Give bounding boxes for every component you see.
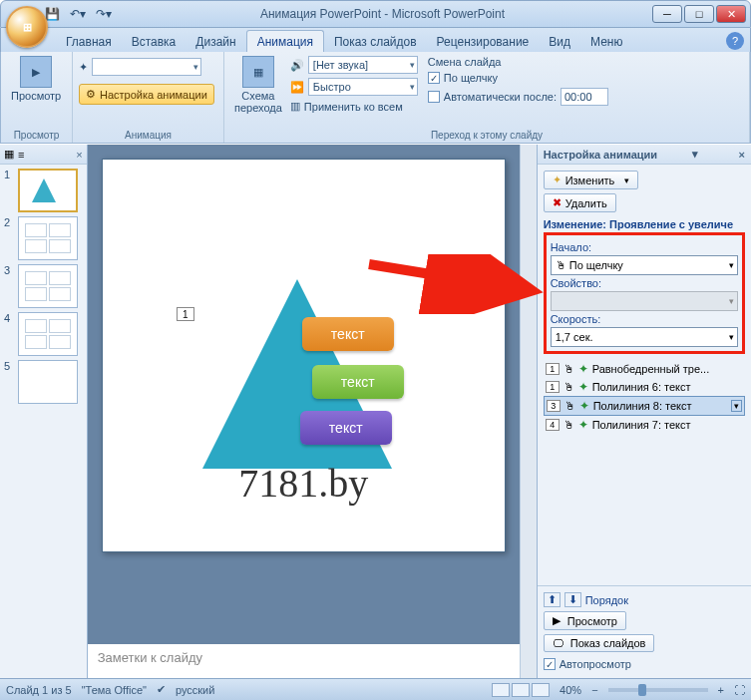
watermark: 7181.by [103,460,505,507]
spellcheck-icon[interactable]: ✔ [157,683,166,696]
tab-animation[interactable]: Анимация [246,30,324,52]
change-slide-label: Смена слайда [428,56,608,68]
gear-icon: ⚙ [86,88,96,101]
tab-view[interactable]: Вид [539,31,580,52]
title-bar: 💾 ↶▾ ↷▾ Анимация PowerPoint - Microsoft … [0,0,751,28]
delete-effect-button[interactable]: ✖Удалить [544,193,616,212]
theme-indicator: "Тема Office" [82,684,147,696]
speed-combo[interactable]: 1,7 сек. [551,327,738,347]
transition-speed-combo[interactable]: Быстро [308,78,418,96]
animate-combo[interactable] [92,58,201,76]
notes-pane[interactable]: Заметки к слайду [88,642,520,678]
text-shape-2[interactable]: текст [312,365,404,399]
transition-icon: ▦ [242,56,274,88]
close-button[interactable]: ✕ [716,5,746,23]
group-preview-label: Просмотр [7,129,66,141]
preview-button[interactable]: ▶ Просмотр [7,54,65,104]
outline-tab-icon[interactable]: ≡ [18,149,24,161]
text-shape-3[interactable]: текст [300,411,392,445]
start-label: Начало: [551,241,738,253]
zoom-slider[interactable] [608,688,708,692]
mouse-icon: 🖱 [563,363,574,375]
view-buttons [492,683,550,697]
minimize-button[interactable]: ─ [652,5,682,23]
thumbnail-2[interactable]: 2 [4,216,83,260]
apply-all-button[interactable]: ▥Применить ко всем [290,100,418,113]
thumbnail-1[interactable]: 1 [4,169,83,212]
maximize-button[interactable]: □ [684,5,714,23]
highlighted-settings: Начало: 🖱 По щелчку Свойство: Скорость: … [544,232,745,354]
transition-scheme-button[interactable]: ▦ Схема перехода [230,54,286,116]
start-combo[interactable]: 🖱 По щелчку [551,255,738,275]
tab-insert[interactable]: Вставка [122,31,187,52]
mouse-icon: 🖱 [563,419,574,431]
office-logo-icon: ⊞ [23,21,32,34]
slideshow-button[interactable]: 🖵 Показ слайдов [544,634,655,652]
effect-icon: ✦ [578,418,588,432]
tab-slideshow[interactable]: Показ слайдов [324,31,427,52]
dropdown-icon[interactable]: ▾ [731,400,742,412]
speed-label: Скорость: [551,313,738,325]
property-combo [551,291,738,311]
tab-review[interactable]: Рецензирование [427,31,540,52]
reorder-down-icon[interactable]: ⬇ [564,592,581,607]
sorter-view-button[interactable] [512,683,530,697]
thumbnail-5[interactable]: 5 [4,360,83,404]
slideshow-view-button[interactable] [532,683,550,697]
status-bar: Слайд 1 из 5 "Тема Office" ✔ русский 40%… [0,678,751,700]
play-button[interactable]: ▶ Просмотр [544,611,626,630]
mouse-icon: 🖱 [564,400,575,412]
thumbnail-4[interactable]: 4 [4,312,83,356]
on-click-checkbox[interactable]: ✓ [428,72,440,84]
taskpane-menu-icon[interactable]: ▾ [692,148,698,161]
auto-after-time[interactable]: 00:00 [561,88,608,106]
close-taskpane[interactable]: × [739,149,745,161]
auto-after-checkbox[interactable] [428,91,440,103]
mouse-icon: 🖱 [556,259,566,271]
tab-home[interactable]: Главная [56,31,122,52]
reorder-up-icon[interactable]: ⬆ [544,592,561,607]
animate-icon: ✦ [79,61,88,74]
slide-canvas[interactable]: 1 2 3 4 текст текст текст 7181.by [102,159,506,552]
effect-icon: ✦ [578,362,588,376]
normal-view-button[interactable] [492,683,510,697]
autopreview-checkbox[interactable]: ✓ [544,658,556,670]
tab-menu[interactable]: Меню [580,31,632,52]
anim-item[interactable]: 1🖱✦Полилиния 6: текст [544,378,745,396]
ribbon-tabs: Главная Вставка Дизайн Анимация Показ сл… [0,28,751,52]
anim-tag-1[interactable]: 1 [177,307,194,321]
undo-icon[interactable]: ↶▾ [67,3,89,25]
redo-icon[interactable]: ↷▾ [93,3,115,25]
ribbon: ▶ Просмотр Просмотр ✦ ⚙Настройка анимаци… [0,52,751,144]
thumbnail-pane: ▦ ≡ × 1 2 3 4 5 [0,145,88,678]
vertical-scrollbar[interactable] [520,145,537,678]
speed-icon: ⏩ [290,81,304,94]
office-button[interactable]: ⊞ [6,6,48,48]
effect-icon: ✦ [579,399,589,413]
anim-item[interactable]: 4🖱✦Полилиния 7: текст [544,416,745,434]
anim-item[interactable]: 1🖱✦Равнобедренный тре... [544,360,745,378]
zoom-percent[interactable]: 40% [560,684,581,696]
fit-window-button[interactable]: ⛶ [734,684,745,696]
help-button[interactable]: ? [726,32,744,50]
animation-task-pane: Настройка анимации▾× ✦Изменить▾ ✖Удалить… [537,145,751,678]
close-thumb-pane[interactable]: × [76,149,82,161]
group-animation-label: Анимация [79,129,217,141]
zoom-out-button[interactable]: − [591,684,597,696]
change-effect-button[interactable]: ✦Изменить▾ [544,171,639,189]
sound-icon: 🔊 [290,59,304,72]
animation-list: 1🖱✦Равнобедренный тре... 1🖱✦Полилиния 6:… [544,360,745,434]
animation-settings-button[interactable]: ⚙Настройка анимации [79,84,214,105]
slides-tab-icon[interactable]: ▦ [4,148,14,161]
tab-design[interactable]: Дизайн [186,31,245,52]
language-indicator[interactable]: русский [176,684,214,696]
text-shape-1[interactable]: текст [302,317,394,351]
reorder-label: Порядок [585,594,628,606]
group-transition-label: Переход к этому слайду [230,129,743,141]
zoom-in-button[interactable]: + [718,684,724,696]
anim-item-selected[interactable]: 3🖱✦Полилиния 8: текст▾ [544,396,745,416]
transition-sound-combo[interactable]: [Нет звука] [308,56,418,74]
slide-indicator: Слайд 1 из 5 [6,684,72,696]
thumbnail-3[interactable]: 3 [4,264,83,308]
slide-pane: 1 2 3 4 текст текст текст 7181.by Заметк… [88,145,520,678]
